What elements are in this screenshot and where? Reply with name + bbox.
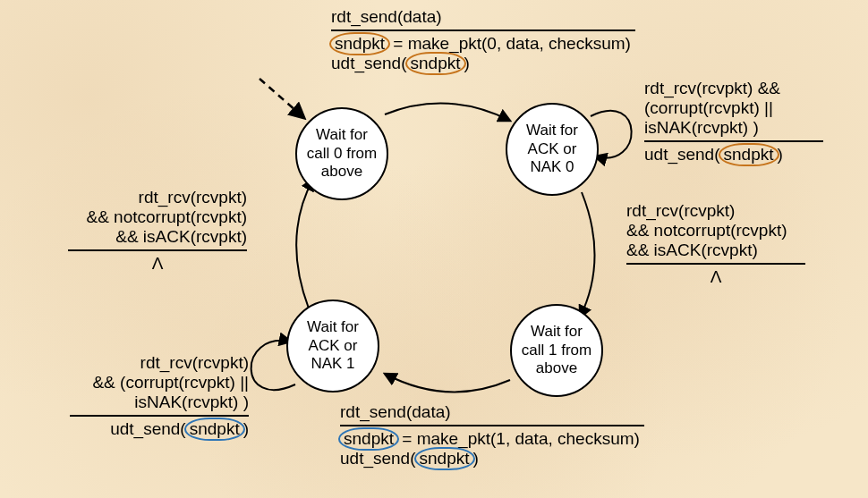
transition-resend-nak1: rdt_rcv(rcvpkt) && (corrupt(rcvpkt) || i… (70, 353, 249, 439)
state-label: Wait for ACK or NAK 0 (513, 122, 591, 176)
sndpkt-oval-blue: sndpkt (184, 418, 245, 441)
event-text: rdt_rcv(rcvpkt) (70, 353, 249, 373)
event-text: isNAK(rcvpkt) ) (644, 118, 823, 138)
event-text: rdt_rcv(rcvpkt) (68, 188, 247, 207)
action-lambda: Λ (68, 254, 247, 274)
action-line: udt_send(sndpkt) (644, 145, 823, 165)
action-line: udt_send(sndpkt) (340, 449, 644, 468)
state-wait-call-1: Wait for call 1 from above (510, 304, 603, 397)
event-text: rdt_rcv(rcvpkt) (626, 201, 805, 221)
sndpkt-oval-blue: sndpkt (338, 427, 399, 451)
event-text: rdt_send(data) (340, 402, 644, 422)
sndpkt-oval-blue: sndpkt (414, 447, 475, 470)
action-line: sndpkt = make_pkt(0, data, checksum) (331, 34, 635, 54)
state-label: Wait for call 0 from above (302, 126, 381, 181)
action-lambda: Λ (626, 267, 805, 287)
event-text: && isACK(rcvpkt) (68, 227, 247, 247)
action-line: udt_send(sndpkt) (331, 54, 635, 73)
state-wait-ack-nak-1: Wait for ACK or NAK 1 (286, 300, 379, 392)
transition-send-0: rdt_send(data) sndpkt = make_pkt(0, data… (331, 7, 635, 73)
event-text: && (corrupt(rcvpkt) || (70, 373, 249, 392)
event-text: isNAK(rcvpkt) ) (70, 392, 249, 412)
sndpkt-oval-orange: sndpkt (329, 32, 390, 55)
sndpkt-oval-orange: sndpkt (719, 143, 779, 166)
sndpkt-oval-orange: sndpkt (405, 52, 466, 75)
state-label: Wait for call 1 from above (517, 323, 596, 377)
event-text: (corrupt(rcvpkt) || (644, 98, 823, 118)
transition-resend-nak0: rdt_rcv(rcvpkt) && (corrupt(rcvpkt) || i… (644, 79, 823, 165)
action-line: udt_send(sndpkt) (70, 419, 249, 439)
transition-ack0-to-wait1: rdt_rcv(rcvpkt) && notcorrupt(rcvpkt) &&… (626, 201, 805, 287)
transition-ack1-to-wait0: rdt_rcv(rcvpkt) && notcorrupt(rcvpkt) &&… (68, 188, 247, 274)
svg-line-0 (260, 79, 304, 118)
event-text: && notcorrupt(rcvpkt) (68, 207, 247, 227)
state-label: Wait for ACK or NAK 1 (294, 318, 372, 373)
event-text: rdt_rcv(rcvpkt) && (644, 79, 823, 98)
state-wait-ack-nak-0: Wait for ACK or NAK 0 (506, 103, 599, 196)
state-wait-call-0: Wait for call 0 from above (295, 107, 388, 200)
event-text: && isACK(rcvpkt) (626, 241, 805, 260)
event-text: rdt_send(data) (331, 7, 635, 27)
action-line: sndpkt = make_pkt(1, data, checksum) (340, 429, 644, 449)
transition-send-1: rdt_send(data) sndpkt = make_pkt(1, data… (340, 402, 644, 468)
event-text: && notcorrupt(rcvpkt) (626, 221, 805, 241)
